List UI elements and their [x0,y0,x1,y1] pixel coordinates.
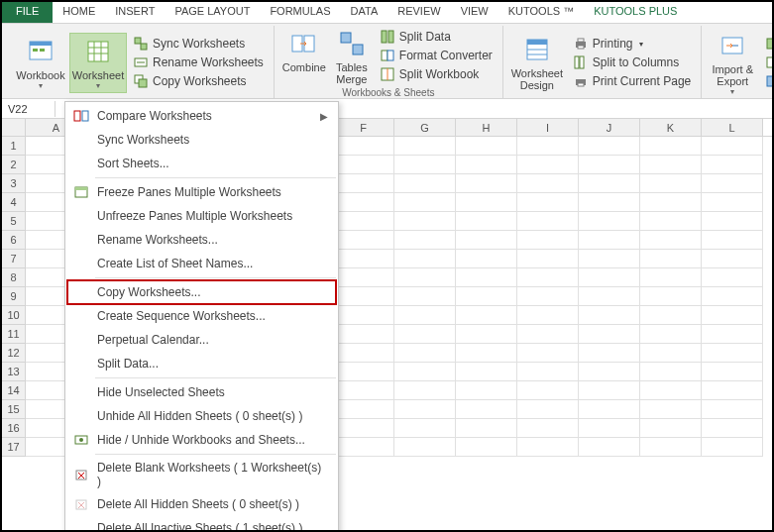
cell[interactable] [456,363,517,381]
column-header[interactable]: I [517,119,579,136]
cell[interactable] [640,381,702,400]
menu-hide-unhide-workbooks[interactable]: Hide / Unhide Workbooks and Sheets... [67,428,336,452]
row-header[interactable]: 8 [2,268,26,287]
row-header[interactable]: 17 [2,438,26,457]
cell[interactable] [394,250,456,268]
cell[interactable] [579,250,640,268]
row-header[interactable]: 12 [2,344,26,363]
cell[interactable] [702,400,763,419]
cell[interactable] [394,137,456,156]
row-header[interactable]: 1 [2,137,26,156]
cell[interactable] [579,156,640,174]
cell[interactable] [456,212,517,231]
cell[interactable] [517,174,579,193]
column-header[interactable]: L [702,119,763,136]
cell[interactable] [456,250,517,268]
cell[interactable] [456,344,517,363]
cell[interactable] [333,363,394,381]
menu-unfreeze-panes[interactable]: Unfreeze Panes Multiple Worksheets [67,204,336,228]
cell[interactable] [579,419,640,438]
cell[interactable] [579,325,640,344]
cell[interactable] [702,438,763,457]
cell[interactable] [333,137,394,156]
cell[interactable] [517,419,579,438]
tab-view[interactable]: VIEW [451,2,498,23]
row-header[interactable]: 5 [2,212,26,231]
tables-merge-button[interactable]: Tables Merge [330,26,374,87]
cell[interactable] [579,212,640,231]
cell[interactable] [456,287,517,306]
cell[interactable] [517,250,579,268]
column-header[interactable]: F [333,119,394,136]
menu-delete-blank[interactable]: Delete Blank Worksheets ( 1 Worksheet(s)… [67,457,336,492]
row-header[interactable]: 16 [2,419,26,438]
cell[interactable] [456,174,517,193]
menu-freeze-panes[interactable]: Freeze Panes Multiple Worksheets [67,180,336,204]
cell[interactable] [456,268,517,287]
format-converter-button[interactable]: Format Converter [376,47,497,64]
cell[interactable] [579,193,640,212]
cell[interactable] [394,363,456,381]
cell[interactable] [394,419,456,438]
cell[interactable] [579,344,640,363]
row-header[interactable]: 3 [2,174,26,193]
cell[interactable] [702,344,763,363]
row-header[interactable]: 6 [2,231,26,250]
cell[interactable] [517,344,579,363]
cell[interactable] [394,306,456,325]
workbook-button[interactable]: Workbook ▾ [12,34,69,92]
cell[interactable] [394,400,456,419]
cell[interactable] [456,231,517,250]
cell[interactable] [333,212,394,231]
cell[interactable] [456,419,517,438]
tab-file[interactable]: FILE [2,2,53,23]
cell[interactable] [456,193,517,212]
cell[interactable] [517,325,579,344]
cell[interactable] [517,363,579,381]
cell[interactable] [517,231,579,250]
row-header[interactable]: 2 [2,156,26,174]
cell[interactable] [640,419,702,438]
sync-worksheets-button[interactable]: Sync Worksheets [129,35,268,53]
tab-data[interactable]: DATA [341,2,388,23]
worksheet-button[interactable]: Worksheet ▾ [69,33,127,93]
row-header[interactable]: 14 [2,381,26,400]
cell[interactable] [394,325,456,344]
cell[interactable] [394,231,456,250]
menu-sort-sheets[interactable]: Sort Sheets... [67,152,336,175]
menu-perpetual-calendar[interactable]: Perpetual Calendar... [67,328,336,352]
tab-page-layout[interactable]: PAGE LAYOUT [165,2,260,23]
row-header[interactable]: 9 [2,287,26,306]
row-header[interactable]: 11 [2,325,26,344]
cell[interactable] [517,287,579,306]
cell[interactable] [333,400,394,419]
cell[interactable] [640,250,702,268]
cell[interactable] [333,193,394,212]
tab-kutools[interactable]: KUTOOLS ™ [498,2,584,23]
cell[interactable] [640,193,702,212]
cell[interactable] [394,156,456,174]
row-header[interactable]: 7 [2,250,26,268]
row-header[interactable]: 13 [2,363,26,381]
column-header[interactable]: J [579,119,640,136]
menu-copy-worksheets[interactable]: Copy Worksheets... [67,280,336,304]
menu-hide-unselected[interactable]: Hide Unselected Sheets [67,380,336,404]
row-header[interactable]: 4 [2,193,26,212]
cell[interactable] [702,363,763,381]
cell[interactable] [517,381,579,400]
cell[interactable] [333,250,394,268]
cell[interactable] [394,438,456,457]
cell[interactable] [394,193,456,212]
cell[interactable] [333,381,394,400]
split-workbook-button[interactable]: Split Workbook [376,65,497,83]
import-export-button[interactable]: Import & Export ▾ [706,28,759,98]
cell[interactable] [640,400,702,419]
cell[interactable] [579,174,640,193]
cell[interactable] [579,363,640,381]
cell[interactable] [394,212,456,231]
cell[interactable] [702,231,763,250]
cell[interactable] [640,438,702,457]
tab-review[interactable]: REVIEW [387,2,450,23]
cell[interactable] [394,174,456,193]
cell[interactable] [456,306,517,325]
